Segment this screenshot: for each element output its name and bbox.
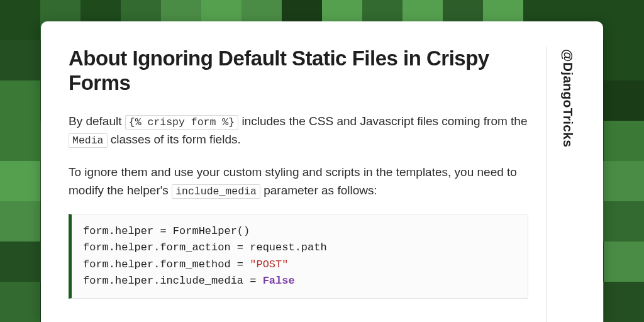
paragraph-1: By default {% crispy form %} includes th… xyxy=(69,112,528,149)
inline-code-crispy: {% crispy form %} xyxy=(125,115,238,130)
code-line: form.helper.form_method = xyxy=(83,258,250,270)
code-block: form.helper = FormHelper() form.helper.f… xyxy=(69,214,528,299)
text: By default xyxy=(69,114,125,128)
text: parameter as follows: xyxy=(260,184,377,197)
text: includes the CSS and Javascript files co… xyxy=(238,114,527,128)
article-title: About Ignoring Default Static Files in C… xyxy=(69,47,528,96)
author-sidebar: @DjangoTricks xyxy=(546,47,575,322)
text: classes of its form fields. xyxy=(108,133,241,146)
code-line: form.helper.include_media = xyxy=(83,275,263,287)
article-card: About Ignoring Default Static Files in C… xyxy=(41,21,603,322)
inline-code-include-media: include_media xyxy=(172,184,260,199)
article-content: About Ignoring Default Static Files in C… xyxy=(69,47,528,322)
paragraph-2: To ignore them and use your custom styli… xyxy=(69,163,528,200)
code-line: form.helper.form_action = request.path xyxy=(83,242,327,253)
code-keyword: False xyxy=(263,275,295,287)
code-line: form.helper = FormHelper() xyxy=(83,225,250,237)
author-handle: @DjangoTricks xyxy=(560,49,575,147)
code-string: "POST" xyxy=(250,258,288,270)
inline-code-media: Media xyxy=(69,133,108,148)
